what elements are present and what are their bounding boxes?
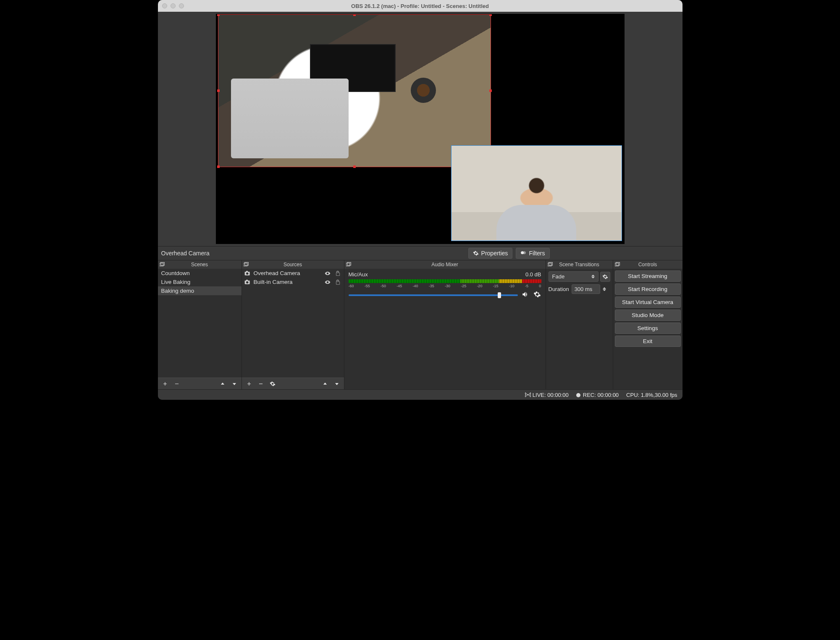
source-preview-overhead[interactable]	[218, 14, 491, 167]
dock-icon[interactable]	[548, 262, 554, 267]
cpu-status: CPU: 1.8%,30.00 fps	[626, 392, 677, 398]
control-button[interactable]: Settings	[615, 323, 681, 334]
mixer-body: Mic/Aux 0.0 dB -60-55-50-45-40-35-30-25-…	[344, 269, 546, 389]
dock-icon[interactable]	[615, 262, 621, 267]
dock-icon[interactable]	[244, 262, 249, 267]
source-name: Overhead Camera	[254, 270, 321, 276]
controls-header: Controls	[613, 260, 682, 269]
broadcast-icon	[525, 392, 531, 398]
meter-ticks: -60-55-50-45-40-35-30-25-20-15-10-50	[349, 284, 541, 288]
scenes-footer	[158, 378, 242, 389]
control-button[interactable]: Exit	[615, 336, 681, 347]
sources-header: Sources	[242, 260, 344, 269]
move-scene-down-button[interactable]	[229, 379, 240, 388]
dock-icon[interactable]	[346, 262, 352, 267]
selected-source-label: Overhead Camera	[161, 250, 210, 257]
window-title: OBS 26.1.2 (mac) - Profile: Untitled - S…	[158, 3, 682, 9]
move-source-down-button[interactable]	[331, 379, 342, 388]
maximize-icon[interactable]	[179, 3, 184, 8]
svg-point-10	[246, 281, 248, 283]
sources-footer	[242, 378, 344, 389]
source-toolbar: Overhead Camera Properties Filters	[158, 246, 682, 260]
preview-canvas[interactable]	[216, 14, 624, 244]
source-properties-button[interactable]	[267, 379, 278, 388]
volume-slider[interactable]	[349, 294, 518, 296]
source-preview-builtin[interactable]	[451, 145, 622, 241]
window-controls	[162, 3, 184, 8]
scenes-header: Scenes	[158, 260, 242, 269]
visibility-toggle[interactable]	[324, 270, 331, 276]
camera-icon	[244, 280, 251, 285]
source-item[interactable]: Built-in Camera	[242, 278, 344, 286]
lock-toggle[interactable]	[334, 270, 341, 276]
transition-settings-button[interactable]	[600, 272, 610, 282]
svg-rect-8	[246, 271, 248, 272]
svg-rect-16	[615, 263, 619, 266]
controls-panel: Controls Start StreamingStart RecordingS…	[613, 260, 682, 389]
svg-rect-13	[347, 262, 351, 265]
svg-point-1	[523, 251, 526, 254]
control-button[interactable]: Start Recording	[615, 283, 681, 295]
svg-point-7	[246, 272, 248, 274]
titlebar: OBS 26.1.2 (mac) - Profile: Untitled - S…	[158, 0, 682, 12]
transitions-body: Fade Duration 300 ms	[546, 269, 613, 389]
close-icon[interactable]	[162, 3, 167, 8]
source-item[interactable]: Overhead Camera	[242, 269, 344, 278]
preview-area	[158, 12, 682, 246]
duration-input[interactable]: 300 ms	[572, 284, 600, 294]
properties-button[interactable]: Properties	[468, 248, 513, 259]
camera-icon	[244, 271, 251, 276]
scenes-list[interactable]: CountdownLive BakingBaking demo	[158, 269, 242, 378]
control-button[interactable]: Start Virtual Camera	[615, 296, 681, 308]
live-status: LIVE: 00:00:00	[525, 392, 569, 398]
rec-status: REC: 00:00:00	[576, 392, 619, 398]
control-button[interactable]: Start Streaming	[615, 270, 681, 282]
svg-rect-12	[346, 263, 350, 266]
gear-icon	[473, 250, 479, 256]
svg-point-18	[527, 394, 529, 396]
bottom-panels: Scenes CountdownLive BakingBaking demo S…	[158, 260, 682, 390]
dock-icon[interactable]	[160, 262, 165, 267]
move-scene-up-button[interactable]	[217, 379, 228, 388]
control-button[interactable]: Studio Mode	[615, 310, 681, 321]
svg-rect-4	[244, 263, 247, 266]
source-name: Built-in Camera	[254, 279, 321, 285]
mute-button[interactable]	[521, 291, 530, 299]
filters-icon	[520, 250, 526, 256]
add-scene-button[interactable]	[160, 379, 171, 388]
svg-rect-5	[244, 262, 248, 265]
channel-name: Mic/Aux	[349, 271, 368, 278]
audio-mixer-panel: Audio Mixer Mic/Aux 0.0 dB -60-55-50-45-…	[344, 260, 546, 389]
minimize-icon[interactable]	[171, 3, 176, 8]
add-source-button[interactable]	[244, 379, 255, 388]
visibility-toggle[interactable]	[324, 279, 331, 285]
remove-scene-button[interactable]	[171, 379, 182, 388]
scenes-panel: Scenes CountdownLive BakingBaking demo	[158, 260, 242, 389]
controls-body: Start StreamingStart RecordingStart Virt…	[613, 269, 682, 389]
svg-rect-17	[616, 262, 620, 265]
svg-rect-2	[160, 263, 163, 266]
scene-item[interactable]: Live Baking	[158, 278, 242, 286]
scene-item[interactable]: Baking demo	[158, 286, 242, 295]
sources-panel: Sources Overhead CameraBuilt-in Camera	[242, 260, 344, 389]
svg-rect-3	[160, 262, 164, 265]
channel-level: 0.0 dB	[525, 271, 541, 278]
level-meter	[349, 279, 541, 283]
scene-item[interactable]: Countdown	[158, 269, 242, 278]
duration-spinner[interactable]	[603, 287, 606, 291]
status-bar: LIVE: 00:00:00 REC: 00:00:00 CPU: 1.8%,3…	[158, 390, 682, 400]
transition-select[interactable]: Fade	[549, 271, 598, 282]
lock-toggle[interactable]	[334, 279, 341, 285]
filters-button[interactable]: Filters	[516, 248, 549, 259]
app-window: OBS 26.1.2 (mac) - Profile: Untitled - S…	[158, 0, 682, 400]
svg-rect-11	[246, 280, 248, 281]
sources-list[interactable]: Overhead CameraBuilt-in Camera	[242, 269, 344, 378]
duration-label: Duration	[549, 286, 569, 292]
svg-rect-14	[548, 263, 551, 266]
move-source-up-button[interactable]	[320, 379, 331, 388]
channel-settings-button[interactable]	[533, 291, 541, 299]
mixer-header: Audio Mixer	[344, 260, 546, 269]
transitions-panel: Scene Transitions Fade Duration 300 ms	[546, 260, 613, 389]
transitions-header: Scene Transitions	[546, 260, 613, 269]
remove-source-button[interactable]	[255, 379, 266, 388]
